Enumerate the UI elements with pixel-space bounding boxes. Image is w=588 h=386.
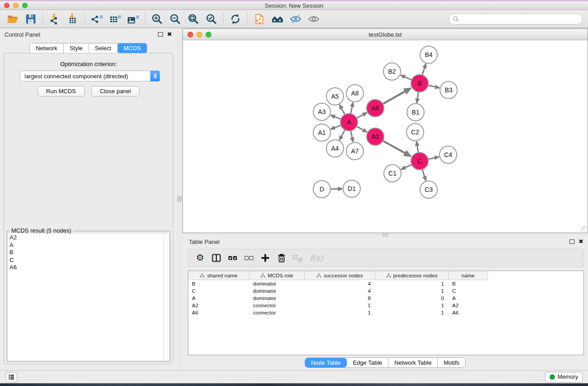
close-panel-icon[interactable]: ✖: [167, 32, 172, 37]
cell-successor-nodes[interactable]: 1: [305, 309, 375, 316]
network-graph[interactable]: B4B2BB3B1A5A8A6A3AA1A2C2A4A7CC4C1C3DD1: [183, 40, 588, 233]
cell-shared-name[interactable]: A: [188, 295, 249, 302]
cell-name[interactable]: A: [449, 295, 488, 302]
edge-B-B3[interactable]: [428, 86, 439, 88]
cell-shared-name[interactable]: B: [188, 280, 249, 287]
node-A4[interactable]: A4: [326, 140, 344, 157]
float-panel-icon[interactable]: [158, 32, 163, 37]
table-row[interactable]: A6connector11A6: [188, 309, 583, 316]
search-input[interactable]: [461, 16, 578, 22]
split-columns-button[interactable]: [208, 251, 225, 265]
cell-MCDS-role[interactable]: dominator: [249, 295, 305, 302]
cell-shared-name[interactable]: C: [188, 287, 249, 295]
export-image-button[interactable]: [124, 11, 142, 27]
save-button[interactable]: [22, 11, 40, 27]
table-row[interactable]: Cdominator41C: [188, 287, 583, 295]
vertical-divider-handle[interactable]: [177, 196, 182, 202]
settings-gear-button[interactable]: ⚙: [192, 251, 208, 265]
home-view-button[interactable]: [268, 11, 287, 27]
table-float-panel-icon[interactable]: [569, 239, 574, 244]
cell-MCDS-role[interactable]: connector: [249, 309, 305, 316]
cell-name[interactable]: B: [449, 280, 488, 287]
mcds-result-list[interactable]: A2ABCA6: [8, 234, 169, 361]
tab-node-table[interactable]: Node Table: [305, 358, 347, 367]
network-canvas[interactable]: B4B2BB3B1A5A8A6A3AA1A2C2A4A7CC4C1C3DD1: [183, 40, 588, 233]
cell-shared-name[interactable]: A6: [188, 309, 249, 316]
hide-panel-button[interactable]: [287, 11, 305, 27]
table-close-panel-icon[interactable]: ✖: [578, 239, 583, 244]
edge-A-A4[interactable]: [339, 130, 345, 140]
task-history-button[interactable]: [5, 372, 17, 382]
cell-predecessor-nodes[interactable]: 1: [375, 287, 449, 295]
column-header-predecessor-nodes[interactable]: predecessor nodes: [375, 271, 449, 280]
node-table[interactable]: shared nameMCDS rolesuccessor nodesprede…: [188, 271, 584, 355]
cell-MCDS-role[interactable]: connector: [249, 302, 305, 309]
export-network-button[interactable]: [88, 11, 106, 27]
close-panel-button[interactable]: Close panel: [91, 86, 140, 96]
memory-button[interactable]: Memory: [545, 372, 583, 382]
edge-A-A1[interactable]: [331, 125, 341, 129]
vertical-split-divider[interactable]: [177, 28, 182, 370]
edge-A-A5[interactable]: [339, 105, 344, 114]
run-mcds-button[interactable]: Run MCDS: [38, 86, 85, 96]
mcds-result-item[interactable]: A6: [8, 264, 169, 272]
node-C1[interactable]: C1: [384, 165, 401, 182]
zoom-selected-button[interactable]: [202, 11, 220, 27]
cell-predecessor-nodes[interactable]: 1: [375, 302, 449, 309]
node-B2[interactable]: B2: [383, 63, 401, 80]
node-C3[interactable]: C3: [420, 181, 437, 198]
mcds-result-item[interactable]: A2: [8, 234, 169, 242]
edge-A6-B[interactable]: [383, 88, 411, 104]
edge-A-A8[interactable]: [351, 103, 353, 114]
criterion-dropdown[interactable]: largest connected component (directed): [20, 71, 160, 81]
tab-edge-table[interactable]: Edge Table: [347, 358, 388, 367]
edge-C-C1[interactable]: [401, 165, 411, 169]
table-row[interactable]: A2connector11A2: [188, 302, 583, 309]
zoom-out-button[interactable]: [166, 11, 184, 27]
node-A7[interactable]: A7: [346, 143, 363, 160]
delete-row-button[interactable]: [273, 251, 290, 265]
node-C2[interactable]: C2: [406, 124, 424, 141]
cell-name[interactable]: A2: [449, 302, 488, 309]
node-A5[interactable]: A5: [326, 88, 344, 105]
cell-predecessor-nodes[interactable]: 1: [375, 309, 449, 316]
node-A3[interactable]: A3: [313, 103, 330, 120]
tab-mcds[interactable]: MCDS: [118, 43, 147, 53]
edge-A2-C[interactable]: [383, 141, 411, 156]
tab-network[interactable]: Network: [30, 43, 64, 53]
cell-shared-name[interactable]: A2: [188, 302, 249, 309]
edge-A-A7[interactable]: [351, 131, 353, 142]
tab-network-table[interactable]: Network Table: [388, 358, 438, 367]
select-all-button[interactable]: [225, 251, 241, 265]
node-C[interactable]: C: [411, 152, 428, 170]
table-row[interactable]: Adominator80A: [188, 295, 583, 302]
column-header-MCDS-role[interactable]: MCDS role: [249, 271, 305, 280]
node-A2[interactable]: A2: [367, 128, 384, 145]
export-table-button[interactable]: [106, 11, 124, 27]
mcds-result-item[interactable]: C: [8, 257, 169, 264]
edge-C-C4[interactable]: [429, 157, 439, 159]
network-from-file-button[interactable]: [250, 11, 268, 27]
cell-predecessor-nodes[interactable]: 1: [375, 280, 449, 287]
tab-motifs[interactable]: Motifs: [438, 358, 465, 367]
column-header-successor-nodes[interactable]: successor nodes: [305, 271, 375, 280]
zoom-in-button[interactable]: [148, 11, 166, 27]
cell-name[interactable]: C: [449, 287, 488, 295]
node-D1[interactable]: D1: [343, 180, 360, 197]
column-header-shared-name[interactable]: shared name: [188, 271, 249, 280]
edge-B-B1[interactable]: [417, 92, 418, 103]
tab-select[interactable]: Select: [89, 43, 118, 53]
zoom-fit-button[interactable]: [184, 11, 202, 27]
node-A[interactable]: A: [340, 114, 358, 131]
window-resize-grip[interactable]: [581, 226, 587, 232]
cell-successor-nodes[interactable]: 8: [305, 295, 375, 302]
edge-C-C3[interactable]: [422, 170, 426, 181]
cell-successor-nodes[interactable]: 4: [305, 287, 375, 295]
refresh-button[interactable]: [226, 11, 244, 27]
node-D[interactable]: D: [313, 181, 330, 198]
edge-A-A3[interactable]: [331, 115, 341, 119]
node-B1[interactable]: B1: [407, 104, 424, 121]
cell-successor-nodes[interactable]: 4: [305, 280, 375, 287]
mcds-result-item[interactable]: B: [8, 249, 169, 257]
result-list-scrollbar[interactable]: [163, 234, 169, 361]
